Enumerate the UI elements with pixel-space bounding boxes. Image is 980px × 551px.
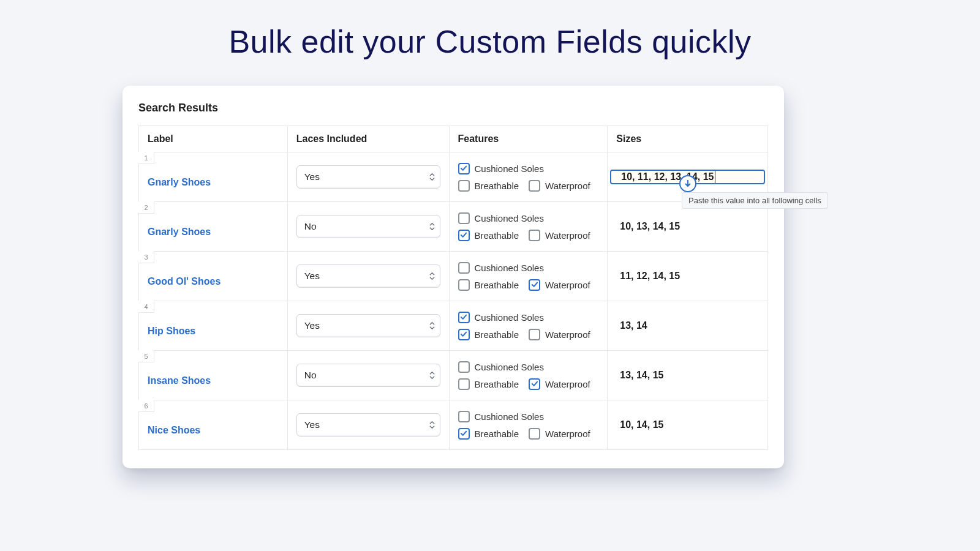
checkbox-label: Waterproof — [545, 181, 590, 191]
laces-select[interactable]: No — [296, 215, 440, 238]
card-title: Search Results — [123, 102, 784, 126]
checkbox-label: Breathable — [475, 280, 519, 290]
table-header-row: Label Laces Included Features Sizes — [139, 126, 768, 152]
checkbox-label: Breathable — [475, 181, 519, 191]
table-row: 6 Nice Shoes Yes Cushioned Soles — [139, 400, 768, 450]
checkbox-breathable[interactable]: Breathable — [458, 329, 519, 340]
row-number: 5 — [138, 350, 154, 362]
checkbox-cushioned[interactable]: Cushioned Soles — [458, 312, 544, 323]
checkbox-cushioned[interactable]: Cushioned Soles — [458, 212, 544, 224]
table-row: 5 Insane Shoes No Cushioned Sole — [139, 351, 768, 400]
laces-select[interactable]: No — [296, 364, 440, 387]
col-label: Label — [139, 126, 288, 152]
checkbox-cushioned[interactable]: Cushioned Soles — [458, 411, 544, 422]
checkbox-label: Waterproof — [545, 379, 590, 389]
checkbox-waterproof[interactable]: Waterproof — [529, 378, 590, 390]
checkbox-breathable[interactable]: Breathable — [458, 279, 519, 291]
laces-value: Yes — [304, 320, 320, 331]
row-number: 6 — [138, 400, 154, 412]
checkbox-label: Breathable — [475, 230, 519, 241]
row-number: 1 — [138, 152, 154, 164]
stepper-icon — [429, 173, 435, 181]
row-number: 2 — [138, 201, 154, 214]
checkbox-breathable[interactable]: Breathable — [458, 378, 519, 390]
sizes-value[interactable]: 13, 14, 15 — [608, 370, 767, 381]
checkbox-label: Waterproof — [545, 429, 590, 439]
table-row: 2 Gnarly Shoes No Cushioned Sole — [139, 202, 768, 252]
results-card: Search Results Label Laces Included Feat… — [123, 86, 784, 468]
checkbox-label: Cushioned Soles — [475, 411, 544, 422]
product-link[interactable]: Nice Shoes — [139, 405, 287, 444]
sizes-value[interactable]: 13, 14 — [608, 320, 767, 331]
checkbox-label: Waterproof — [545, 280, 590, 290]
col-sizes: Sizes — [608, 126, 768, 152]
checkbox-label: Waterproof — [545, 230, 590, 241]
row-number: 3 — [138, 251, 154, 263]
laces-select[interactable]: Yes — [296, 264, 440, 288]
checkbox-waterproof[interactable]: Waterproof — [529, 180, 590, 192]
checkbox-cushioned[interactable]: Cushioned Soles — [458, 262, 544, 274]
product-link[interactable]: Gnarly Shoes — [139, 157, 287, 197]
stepper-icon — [429, 223, 435, 231]
stepper-icon — [429, 322, 435, 330]
checkbox-cushioned[interactable]: Cushioned Soles — [458, 361, 544, 373]
checkbox-label: Cushioned Soles — [475, 213, 544, 223]
stepper-icon — [429, 421, 435, 429]
laces-select[interactable]: Yes — [296, 413, 440, 437]
stepper-icon — [429, 272, 435, 280]
laces-value: No — [304, 221, 317, 232]
laces-value: No — [304, 370, 317, 381]
product-link[interactable]: Gnarly Shoes — [139, 207, 287, 246]
row-number: 4 — [138, 301, 154, 313]
sizes-value[interactable]: 11, 12, 14, 15 — [608, 271, 767, 282]
sizes-value[interactable]: 10, 13, 14, 15 — [608, 221, 767, 232]
checkbox-waterproof[interactable]: Waterproof — [529, 428, 590, 440]
fill-tooltip: Paste this value into all following cell… — [682, 192, 828, 209]
table-row: 1 Gnarly Shoes Yes Cushioned Sol — [139, 152, 768, 202]
checkbox-waterproof[interactable]: Waterproof — [529, 279, 590, 291]
col-laces: Laces Included — [287, 126, 449, 152]
product-link[interactable]: Good Ol' Shoes — [139, 257, 287, 296]
checkbox-label: Waterproof — [545, 329, 590, 340]
checkbox-cushioned[interactable]: Cushioned Soles — [458, 163, 544, 174]
results-table: Label Laces Included Features Sizes 1 Gn… — [138, 126, 768, 450]
product-link[interactable]: Insane Shoes — [139, 356, 287, 395]
checkbox-breathable[interactable]: Breathable — [458, 180, 519, 192]
checkbox-label: Cushioned Soles — [475, 312, 544, 323]
checkbox-waterproof[interactable]: Waterproof — [529, 230, 590, 241]
table-row: 3 Good Ol' Shoes Yes Cushioned S — [139, 252, 768, 301]
fill-down-handle[interactable]: Paste this value into all following cell… — [679, 175, 696, 192]
laces-select[interactable]: Yes — [296, 314, 440, 337]
laces-value: Yes — [304, 271, 320, 282]
stepper-icon — [429, 372, 435, 380]
checkbox-label: Breathable — [475, 379, 519, 389]
sizes-value[interactable]: 10, 14, 15 — [608, 419, 767, 430]
table-row: 4 Hip Shoes Yes Cushioned Soles — [139, 301, 768, 351]
laces-value: Yes — [304, 419, 320, 430]
checkbox-breathable[interactable]: Breathable — [458, 428, 519, 440]
product-link[interactable]: Hip Shoes — [139, 306, 287, 345]
checkbox-label: Cushioned Soles — [475, 362, 544, 372]
laces-value: Yes — [304, 171, 320, 182]
col-features: Features — [449, 126, 608, 152]
checkbox-label: Cushioned Soles — [475, 163, 544, 174]
laces-select[interactable]: Yes — [296, 165, 440, 189]
page-title: Bulk edit your Custom Fields quickly — [0, 0, 980, 60]
checkbox-breathable[interactable]: Breathable — [458, 230, 519, 241]
checkbox-label: Breathable — [475, 429, 519, 439]
checkbox-waterproof[interactable]: Waterproof — [529, 329, 590, 340]
checkbox-label: Cushioned Soles — [475, 263, 544, 273]
sizes-input[interactable]: 10, 11, 12, 13, 14, 15Paste this value i… — [610, 170, 765, 184]
checkbox-label: Breathable — [475, 329, 519, 340]
